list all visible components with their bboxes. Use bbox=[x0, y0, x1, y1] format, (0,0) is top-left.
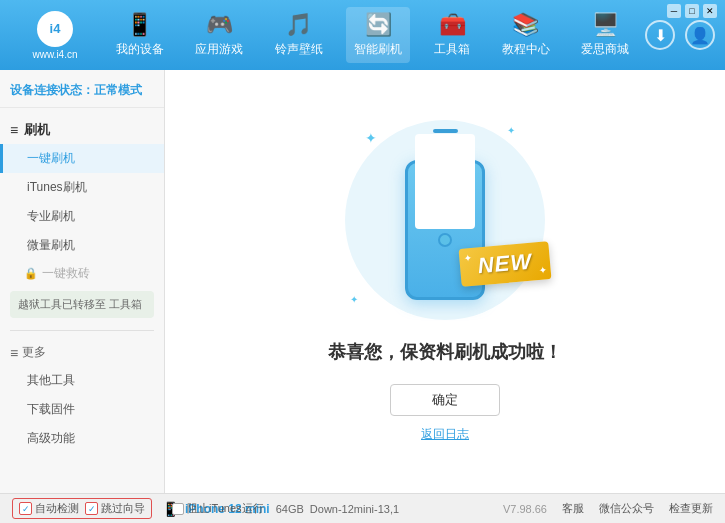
sparkle-2: ✦ bbox=[507, 125, 515, 136]
skip-wizard-label: 跳过向导 bbox=[101, 501, 145, 516]
nav-right-area: ⬇ 👤 bbox=[645, 20, 715, 50]
phone-home-button bbox=[438, 233, 452, 247]
nav-tutorial-label: 教程中心 bbox=[502, 41, 550, 58]
check-update-link[interactable]: 检查更新 bbox=[669, 501, 713, 516]
download-button[interactable]: ⬇ bbox=[645, 20, 675, 50]
nav-think-store-label: 爱思商城 bbox=[581, 41, 629, 58]
confirm-button[interactable]: 确定 bbox=[390, 384, 500, 416]
connection-status: 设备连接状态：正常模式 bbox=[0, 78, 164, 108]
nav-toolbox-label: 工具箱 bbox=[434, 41, 470, 58]
minimize-button[interactable]: ─ bbox=[667, 4, 681, 18]
sparkle-1: ✦ bbox=[365, 130, 377, 146]
device-storage: 64GB bbox=[276, 503, 304, 515]
main-layout: 设备连接状态：正常模式 ≡ 刷机 一键刷机 iTunes刷机 专业刷机 微 bbox=[0, 70, 725, 493]
sidebar-item-pro-flash[interactable]: 专业刷机 bbox=[0, 202, 164, 231]
pro-flash-label: 专业刷机 bbox=[27, 209, 75, 223]
device-firmware: Down-12mini-13,1 bbox=[310, 503, 399, 515]
nav-toolbox[interactable]: 🧰 工具箱 bbox=[426, 7, 478, 63]
sidebar-item-itunes-flash[interactable]: iTunes刷机 bbox=[0, 173, 164, 202]
flash-section-header: ≡ 刷机 bbox=[0, 116, 164, 144]
stop-itunes-area: 阻止iTunes运行 bbox=[172, 494, 264, 524]
my-device-icon: 📱 bbox=[126, 12, 153, 38]
skip-wizard-checkbox[interactable]: ✓ bbox=[85, 502, 98, 515]
smart-store-icon: 🔄 bbox=[365, 12, 392, 38]
new-banner: ✦ NEW ✦ bbox=[460, 245, 550, 300]
bottom-right: V7.98.66 客服 微信公众号 检查更新 bbox=[503, 501, 713, 516]
maximize-button[interactable]: □ bbox=[685, 4, 699, 18]
star-right: ✦ bbox=[538, 264, 547, 276]
sidebar-item-download-firmware[interactable]: 下载固件 bbox=[0, 395, 164, 424]
sidebar-item-advanced[interactable]: 高级功能 bbox=[0, 424, 164, 453]
user-button[interactable]: 👤 bbox=[685, 20, 715, 50]
stop-itunes-checkbox[interactable] bbox=[172, 503, 184, 515]
sidebar-divider bbox=[10, 330, 154, 331]
jailbreak-note: 越狱工具已转移至 工具箱 bbox=[10, 291, 154, 318]
tutorial-icon: 📚 bbox=[512, 12, 539, 38]
nav-my-device-label: 我的设备 bbox=[116, 41, 164, 58]
nav-ringtones[interactable]: 🎵 铃声壁纸 bbox=[267, 7, 331, 63]
more-section-label: 更多 bbox=[22, 344, 46, 361]
apps-games-icon: 🎮 bbox=[206, 12, 233, 38]
new-badge-text: NEW bbox=[477, 249, 533, 280]
nav-apps-games[interactable]: 🎮 应用游戏 bbox=[187, 7, 251, 63]
nav-ringtones-label: 铃声壁纸 bbox=[275, 41, 323, 58]
version-label: V7.98.66 bbox=[503, 503, 547, 515]
star-left: ✦ bbox=[463, 252, 472, 264]
flash-section-icon: ≡ bbox=[10, 122, 18, 138]
sidebar-item-one-click-rescue: 🔒 一键救砖 bbox=[0, 260, 164, 287]
wechat-link[interactable]: 微信公众号 bbox=[599, 501, 654, 516]
auto-detect-checkbox[interactable]: ✓ bbox=[19, 502, 32, 515]
logo-char: i4 bbox=[50, 21, 61, 36]
logo-website: www.i4.cn bbox=[32, 49, 77, 60]
more-section-header: ≡ 更多 bbox=[0, 339, 164, 366]
auto-detect-label: 自动检测 bbox=[35, 501, 79, 516]
sidebar-item-micro-flash[interactable]: 微量刷机 bbox=[0, 231, 164, 260]
nav-apps-games-label: 应用游戏 bbox=[195, 41, 243, 58]
sidebar-item-one-click-flash[interactable]: 一键刷机 bbox=[0, 144, 164, 173]
one-click-rescue-label: 一键救砖 bbox=[42, 265, 90, 282]
stop-itunes-label: 阻止iTunes运行 bbox=[187, 501, 264, 516]
window-controls: ─ □ ✕ bbox=[667, 4, 717, 18]
download-firmware-label: 下载固件 bbox=[27, 402, 75, 416]
new-ribbon: ✦ NEW ✦ bbox=[459, 241, 552, 287]
itunes-flash-label: iTunes刷机 bbox=[27, 180, 87, 194]
close-button[interactable]: ✕ bbox=[703, 4, 717, 18]
nav-think-store[interactable]: 🖥️ 爱思商城 bbox=[573, 7, 637, 63]
success-message: 恭喜您，保资料刷机成功啦！ bbox=[328, 340, 562, 364]
one-click-flash-label: 一键刷机 bbox=[27, 151, 75, 165]
advanced-label: 高级功能 bbox=[27, 431, 75, 445]
checkbox-area: ✓ 自动检测 ✓ 跳过向导 bbox=[12, 498, 152, 519]
jailbreak-note-text: 越狱工具已转移至 工具箱 bbox=[18, 298, 142, 310]
micro-flash-label: 微量刷机 bbox=[27, 238, 75, 252]
top-nav-bar: i4 www.i4.cn 📱 我的设备 🎮 应用游戏 🎵 铃声壁纸 🔄 智能刷机 bbox=[0, 0, 725, 70]
nav-my-device[interactable]: 📱 我的设备 bbox=[108, 7, 172, 63]
nav-tutorial[interactable]: 📚 教程中心 bbox=[494, 7, 558, 63]
phone-illustration: ✦ ✦ ✦ ✦ NEW ✦ bbox=[335, 120, 555, 320]
sidebar-item-other-tools[interactable]: 其他工具 bbox=[0, 366, 164, 395]
status-value: 正常模式 bbox=[94, 83, 142, 97]
logo-area: i4 www.i4.cn bbox=[10, 11, 100, 60]
think-store-icon: 🖥️ bbox=[592, 12, 619, 38]
more-section-icon: ≡ bbox=[10, 345, 18, 361]
flash-section-label: 刷机 bbox=[24, 121, 50, 139]
lock-icon: 🔒 bbox=[24, 267, 38, 280]
phone-speaker bbox=[433, 129, 458, 133]
nav-smart-store[interactable]: 🔄 智能刷机 bbox=[346, 7, 410, 63]
sparkle-3: ✦ bbox=[350, 294, 358, 305]
flash-section: ≡ 刷机 一键刷机 iTunes刷机 专业刷机 微量刷机 🔒 一键救砖 bbox=[0, 112, 164, 326]
more-section: ≡ 更多 其他工具 下载固件 高级功能 bbox=[0, 335, 164, 457]
ringtones-icon: 🎵 bbox=[285, 12, 312, 38]
other-tools-label: 其他工具 bbox=[27, 373, 75, 387]
bottom-bar: ✓ 自动检测 ✓ 跳过向导 📱 iPhone 12 mini 64GB Down… bbox=[0, 493, 725, 523]
status-label: 设备连接状态： bbox=[10, 83, 94, 97]
nav-smart-store-label: 智能刷机 bbox=[354, 41, 402, 58]
skip-wizard-checkbox-wrap: ✓ 跳过向导 bbox=[85, 501, 145, 516]
customer-service-link[interactable]: 客服 bbox=[562, 501, 584, 516]
auto-detect-checkbox-wrap: ✓ 自动检测 bbox=[19, 501, 79, 516]
sidebar: 设备连接状态：正常模式 ≡ 刷机 一键刷机 iTunes刷机 专业刷机 微 bbox=[0, 70, 165, 493]
phone-screen bbox=[415, 134, 475, 229]
nav-items: 📱 我的设备 🎮 应用游戏 🎵 铃声壁纸 🔄 智能刷机 🧰 工具箱 📚 bbox=[100, 7, 645, 63]
logo-icon: i4 bbox=[37, 11, 73, 47]
back-to-log-link[interactable]: 返回日志 bbox=[421, 426, 469, 443]
toolbox-icon: 🧰 bbox=[439, 12, 466, 38]
